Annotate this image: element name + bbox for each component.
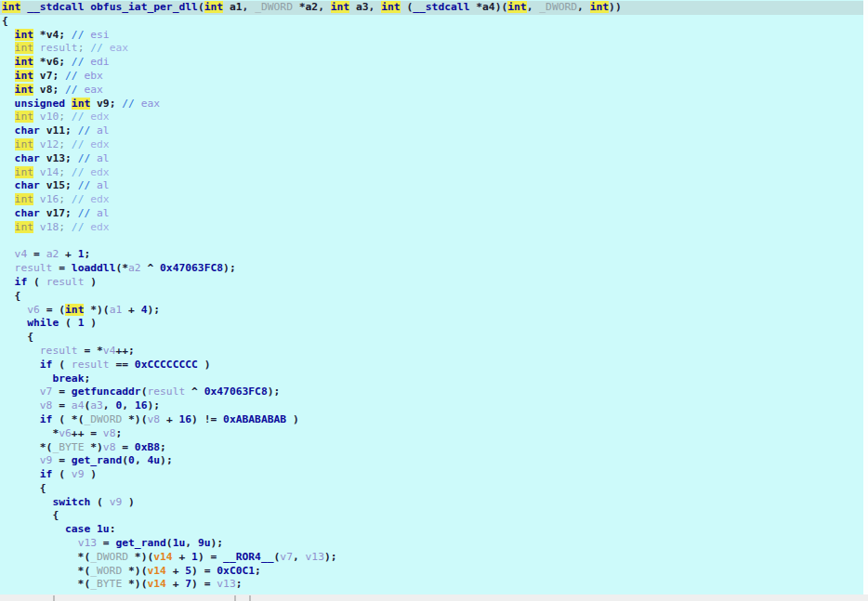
- identifier-declaration[interactable]: v11: [46, 124, 65, 137]
- code-line[interactable]: result = loaddll(*a2 ^ 0x47063FC8);: [2, 262, 863, 276]
- code-line[interactable]: int v18; // edx: [2, 221, 863, 235]
- keyword[interactable]: char: [15, 124, 40, 137]
- local-variable[interactable]: v10: [40, 111, 59, 123]
- keyword[interactable]: break: [52, 372, 84, 385]
- code-line[interactable]: if ( v9 ): [2, 468, 863, 482]
- highlighted-keyword[interactable]: int: [65, 304, 84, 316]
- code-line[interactable]: v9 = get_rand(0, 4u);: [2, 454, 863, 468]
- local-variable[interactable]: result: [46, 276, 85, 288]
- identifier-declaration[interactable]: a3: [356, 1, 369, 13]
- identifier-declaration[interactable]: v13: [46, 152, 65, 164]
- local-variable[interactable]: a2: [46, 248, 59, 260]
- code-line[interactable]: case 1u:: [2, 523, 863, 537]
- code-line[interactable]: {: [2, 15, 863, 29]
- code-line[interactable]: int v8; // eax: [2, 84, 863, 98]
- local-variable[interactable]: a1: [110, 304, 123, 316]
- keyword[interactable]: 0xC0C1: [217, 565, 255, 577]
- uninitialized-variable[interactable]: v14: [153, 551, 172, 563]
- keyword[interactable]: 1u: [173, 537, 186, 549]
- keyword[interactable]: __stdcall: [413, 1, 469, 13]
- code-line[interactable]: *(_BYTE *)(v14 + 7) = v13;: [2, 578, 863, 592]
- code-line[interactable]: if ( *(_DWORD *)(v8 + 16) != 0xABABABAB …: [2, 413, 863, 427]
- code-line[interactable]: {: [2, 290, 863, 304]
- local-variable[interactable]: v7: [280, 551, 293, 563]
- macro-type[interactable]: _BYTE: [90, 578, 122, 590]
- code-line[interactable]: int v10; // edx: [2, 111, 863, 124]
- keyword[interactable]: 0xB8: [135, 441, 160, 453]
- code-line[interactable]: int v14; // edx: [2, 166, 863, 180]
- highlighted-keyword[interactable]: int: [381, 1, 400, 13]
- macro-type[interactable]: _DWORD: [539, 1, 577, 13]
- highlighted-keyword[interactable]: int: [15, 138, 33, 150]
- uninitialized-variable[interactable]: v14: [147, 578, 165, 590]
- macro-type[interactable]: _DWORD: [90, 551, 128, 563]
- code-line[interactable]: v6 = (int *)(a1 + 4);: [2, 304, 863, 318]
- local-variable[interactable]: v13: [217, 578, 235, 590]
- keyword[interactable]: 0x47063FC8: [204, 385, 268, 398]
- identifier-declaration[interactable]: v17: [46, 207, 65, 219]
- highlighted-keyword[interactable]: int: [15, 56, 33, 68]
- code-line[interactable]: v13 = get_rand(1u, 9u);: [2, 537, 863, 551]
- identifier-declaration[interactable]: v15: [46, 179, 65, 191]
- keyword[interactable]: 4: [141, 304, 148, 316]
- identifier-declaration[interactable]: v7: [40, 70, 53, 82]
- code-line[interactable]: v4 = a2 + 1;: [2, 248, 863, 262]
- code-line[interactable]: int __stdcall obfus_iat_per_dll(int a1, …: [0, 1, 863, 15]
- code-line[interactable]: int result; // eax: [2, 42, 863, 56]
- local-variable[interactable]: v16: [40, 193, 59, 205]
- local-variable[interactable]: v8: [103, 441, 116, 453]
- local-variable[interactable]: v4: [103, 345, 116, 357]
- highlighted-keyword[interactable]: int: [15, 29, 33, 41]
- keyword[interactable]: get_rand: [115, 537, 165, 549]
- macro-type[interactable]: _DWORD: [84, 413, 122, 425]
- identifier-declaration[interactable]: a1: [230, 1, 243, 13]
- local-variable[interactable]: v14: [40, 166, 59, 178]
- keyword[interactable]: switch: [52, 496, 90, 508]
- code-line[interactable]: if ( result == 0xCCCCCCCC ): [2, 359, 863, 372]
- code-line[interactable]: char v13; // al: [2, 152, 863, 166]
- local-variable[interactable]: result: [40, 345, 78, 357]
- keyword[interactable]: 4u: [147, 454, 160, 466]
- local-variable[interactable]: v8: [103, 427, 116, 439]
- keyword[interactable]: obfus_iat_per_dll: [90, 1, 198, 13]
- keyword[interactable]: __ROR4__: [223, 551, 273, 563]
- keyword[interactable]: 16: [135, 399, 148, 412]
- local-variable[interactable]: a4: [72, 399, 85, 412]
- keyword[interactable]: __stdcall: [27, 1, 84, 13]
- identifier-declaration[interactable]: v9: [97, 98, 110, 110]
- identifier-declaration[interactable]: a4: [482, 1, 495, 13]
- macro-type[interactable]: _DWORD: [255, 1, 293, 13]
- local-variable[interactable]: result: [40, 42, 78, 54]
- highlighted-keyword[interactable]: int: [15, 166, 33, 178]
- highlighted-keyword[interactable]: int: [204, 1, 223, 13]
- code-line[interactable]: int v16; // edx: [2, 193, 863, 207]
- highlighted-keyword[interactable]: int: [331, 1, 349, 13]
- highlighted-keyword[interactable]: int: [15, 193, 33, 205]
- macro-type[interactable]: _BYTE: [52, 441, 84, 453]
- keyword[interactable]: loaddll: [72, 262, 116, 274]
- keyword[interactable]: if: [15, 276, 28, 288]
- highlighted-keyword[interactable]: int: [15, 70, 33, 82]
- code-line[interactable]: int *v4; // esi: [2, 29, 863, 43]
- local-variable[interactable]: v8: [147, 413, 160, 425]
- keyword[interactable]: char: [15, 207, 40, 219]
- code-line[interactable]: *(_WORD *)(v14 + 5) = 0xC0C1;: [2, 565, 863, 579]
- local-variable[interactable]: v18: [40, 221, 59, 233]
- local-variable[interactable]: v6: [27, 304, 40, 316]
- keyword[interactable]: 0x47063FC8: [160, 262, 223, 274]
- keyword[interactable]: char: [15, 179, 40, 191]
- code-line[interactable]: *(_DWORD *)(v14 + 1) = __ROR4__(v7, v13)…: [2, 551, 863, 565]
- code-line[interactable]: int v7; // ebx: [2, 70, 863, 84]
- local-variable[interactable]: v8: [40, 399, 53, 412]
- identifier-declaration[interactable]: v8: [40, 84, 53, 96]
- keyword[interactable]: 1u: [97, 523, 110, 535]
- code-line[interactable]: while ( 1 ): [2, 317, 863, 331]
- keyword[interactable]: 0xABABABAB: [223, 413, 286, 425]
- uninitialized-variable[interactable]: v14: [147, 565, 165, 577]
- local-variable[interactable]: result: [147, 385, 185, 398]
- identifier-declaration[interactable]: v6: [46, 56, 59, 68]
- keyword[interactable]: 0xCCCCCCCC: [135, 359, 198, 371]
- keyword[interactable]: if: [40, 359, 53, 371]
- code-line[interactable]: *v6++ = v8;: [2, 427, 863, 441]
- code-line[interactable]: char v15; // al: [2, 179, 863, 193]
